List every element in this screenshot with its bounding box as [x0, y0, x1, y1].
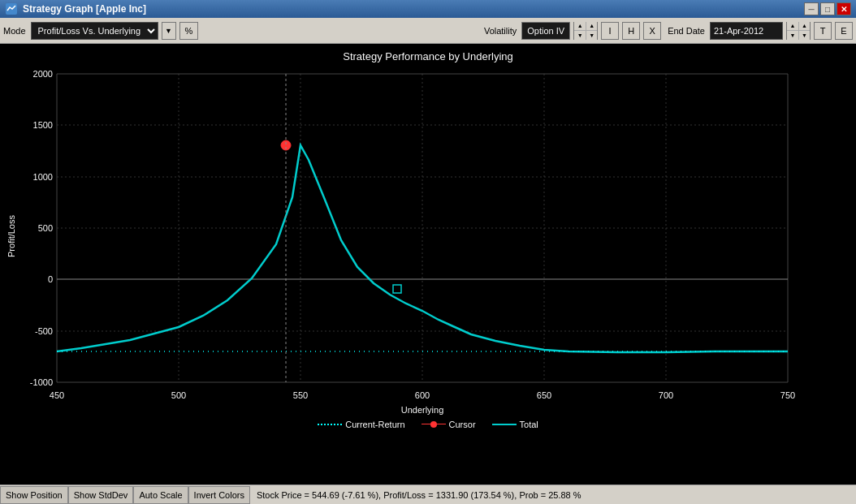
- mode-dropdown-button[interactable]: ▼: [162, 22, 176, 40]
- mode-label: Mode: [3, 26, 26, 36]
- svg-text:650: 650: [537, 390, 551, 400]
- legend-current-return: Current-Return: [318, 420, 404, 429]
- toolbar: Mode Profit/Loss Vs. Underlying ▼ % Vola…: [0, 18, 856, 44]
- svg-text:450: 450: [50, 390, 64, 400]
- spin-up-3[interactable]: ▲: [787, 22, 798, 31]
- legend: Current-Return Cursor Total: [0, 415, 856, 433]
- svg-text:550: 550: [293, 390, 308, 400]
- invert-colors-button[interactable]: Invert Colors: [188, 486, 250, 504]
- spin-controls-2: ▲ ▼ ▲ ▼: [786, 22, 811, 40]
- svg-text:700: 700: [659, 390, 673, 400]
- title-bar: Strategy Graph [Apple Inc] ─ □ ✕: [0, 0, 856, 18]
- app-icon: [5, 2, 18, 15]
- svg-text:1500: 1500: [33, 120, 53, 130]
- svg-text:1000: 1000: [33, 172, 53, 182]
- spin-down-2[interactable]: ▼: [586, 31, 597, 40]
- show-position-button[interactable]: Show Position: [0, 486, 68, 504]
- minimize-button[interactable]: ─: [804, 2, 819, 15]
- end-date-label: End Date: [668, 26, 705, 36]
- legend-cursor: Cursor: [422, 420, 476, 429]
- svg-text:-1000: -1000: [30, 377, 53, 387]
- spin-up-4[interactable]: ▲: [799, 22, 810, 31]
- close-button[interactable]: ✕: [837, 2, 851, 15]
- svg-text:500: 500: [38, 223, 53, 233]
- spin-down-3[interactable]: ▼: [787, 31, 798, 40]
- h-button[interactable]: H: [622, 22, 640, 40]
- mode-select[interactable]: Profit/Loss Vs. Underlying: [31, 22, 158, 40]
- spin-down-1[interactable]: ▼: [574, 31, 586, 40]
- svg-rect-1: [0, 66, 856, 415]
- title-bar-buttons: ─ □ ✕: [804, 2, 851, 15]
- svg-text:-500: -500: [35, 326, 53, 336]
- svg-text:600: 600: [415, 390, 430, 400]
- svg-text:Underlying: Underlying: [401, 405, 444, 415]
- title-bar-text: Strategy Graph [Apple Inc]: [23, 3, 799, 15]
- percent-button[interactable]: %: [179, 22, 199, 40]
- legend-total: Total: [492, 420, 538, 429]
- spin-up-2[interactable]: ▲: [586, 22, 597, 31]
- svg-text:0: 0: [48, 274, 53, 284]
- volatility-label: Volatility: [484, 26, 517, 36]
- chart-title: Strategy Performance by Underlying: [0, 44, 856, 66]
- t-button[interactable]: T: [814, 22, 832, 40]
- main-content: Mode Profit/Loss Vs. Underlying ▼ % Vola…: [0, 18, 856, 504]
- status-bar: Show Position Show StdDev Auto Scale Inv…: [0, 485, 856, 504]
- spin-controls-1: ▲ ▼ ▲ ▼: [573, 22, 598, 40]
- x-button[interactable]: X: [643, 22, 661, 40]
- legend-current-return-line: [318, 424, 342, 425]
- svg-text:Profit/Loss: Profit/Loss: [6, 215, 16, 257]
- option-iv-button[interactable]: Option IV: [521, 22, 570, 40]
- chart-wrapper: Strategy Performance by Underlying: [0, 44, 856, 485]
- auto-scale-button[interactable]: Auto Scale: [133, 486, 188, 504]
- spin-down-4[interactable]: ▼: [799, 31, 810, 40]
- legend-cursor-line: [422, 424, 446, 425]
- svg-text:750: 750: [780, 390, 795, 400]
- show-stddev-button[interactable]: Show StdDev: [68, 486, 134, 504]
- i-button[interactable]: I: [601, 22, 619, 40]
- spin-up-1[interactable]: ▲: [574, 22, 586, 31]
- maximize-button[interactable]: □: [820, 2, 835, 15]
- legend-total-line: [492, 424, 517, 425]
- legend-current-return-label: Current-Return: [345, 420, 404, 429]
- svg-text:2000: 2000: [33, 69, 53, 79]
- status-text: Stock Price = 544.69 (-7.61 %), Profit/L…: [250, 490, 856, 500]
- legend-total-label: Total: [520, 420, 538, 429]
- end-date-field[interactable]: 21-Apr-2012: [710, 22, 783, 40]
- chart-svg: 2000 1500 1000 500 0 -500 -1000 450 500 …: [0, 66, 856, 415]
- svg-text:500: 500: [171, 390, 186, 400]
- e-button[interactable]: E: [835, 22, 853, 40]
- legend-cursor-label: Cursor: [449, 420, 476, 429]
